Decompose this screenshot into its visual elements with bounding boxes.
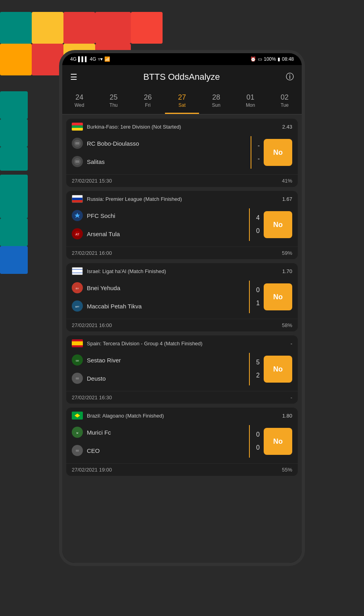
btts-badge-1[interactable]: No xyxy=(264,139,292,166)
svg-text:SR: SR xyxy=(76,360,79,362)
btts-badge-3[interactable]: No xyxy=(264,283,292,310)
match-body-4: SR Sestao River Deusto xyxy=(66,351,298,391)
match-card-1[interactable]: Burkina-Faso: 1ere Division (Not Started… xyxy=(66,119,298,187)
teams-row-4: SR Sestao River Deusto xyxy=(72,351,292,387)
team-name-5b: CEO xyxy=(87,447,243,454)
team-name-1b: Salitas xyxy=(87,158,244,165)
match-footer-5: 27/02/2021 19:00 55% xyxy=(66,463,298,476)
date-num-26: 26 xyxy=(144,93,152,102)
team-row-3b: MPT Maccabi Petah Tikva xyxy=(72,297,243,315)
matches-container: Burkina-Faso: 1ere Division (Not Started… xyxy=(62,115,302,563)
wifi-icon: ▿▾ xyxy=(98,56,103,62)
match-header-5: Brazil: Alagoano (Match Finished) 1.80 xyxy=(66,408,298,424)
team-row-4b: Deusto xyxy=(72,370,243,387)
battery-percent: 100% xyxy=(264,56,276,62)
date-day-27: Sat xyxy=(178,102,186,108)
teams-list-2: PFC Sochi AT Arsenal Tula xyxy=(72,207,243,243)
score-5a: 0 xyxy=(256,429,260,441)
match-body-2: PFC Sochi AT Arsenal Tula 4 xyxy=(66,207,298,246)
teams-list-1: RC Bobo-Dioulasso Salitas xyxy=(72,135,244,170)
menu-button[interactable]: ☰ xyxy=(70,72,77,82)
match-header-2: Russia: Premier League (Match Finished) … xyxy=(66,191,298,207)
info-button[interactable]: ⓘ xyxy=(286,71,294,82)
odds-4: - xyxy=(291,341,292,346)
teams-row-5: M Murici Fc CEO xyxy=(72,424,292,459)
match-footer-1: 27/02/2021 15:30 41% xyxy=(66,174,298,187)
team-row-3a: BY Bnei Yehuda xyxy=(72,279,243,296)
match-card-5[interactable]: Brazil: Alagoano (Match Finished) 1.80 M… xyxy=(66,408,298,476)
btts-badge-5[interactable]: No xyxy=(264,428,292,455)
date-picker: 24 Wed 25 Thu 26 Fri 27 Sat 28 Sun 01 Mo… xyxy=(62,89,302,115)
team-row-2a: PFC Sochi xyxy=(72,207,243,224)
date-27-active[interactable]: 27 Sat xyxy=(165,89,199,114)
team-row-1a: RC Bobo-Dioulasso xyxy=(72,135,244,152)
phone-icon: ▭ xyxy=(258,56,262,62)
date-num-25: 25 xyxy=(109,93,117,102)
team-logo-1b xyxy=(72,156,83,167)
flag-spain xyxy=(72,339,83,347)
flag-burkina xyxy=(72,123,83,131)
match-header-4: Spain: Tercera Division - Group 4 (Match… xyxy=(66,335,298,351)
btts-badge-4[interactable]: No xyxy=(264,356,292,383)
score-1a: - xyxy=(258,140,260,152)
date-28[interactable]: 28 Sun xyxy=(199,89,233,114)
date-num-27: 27 xyxy=(178,93,186,102)
match-time-3: 27/02/2021 16:00 xyxy=(72,322,112,328)
svg-rect-1 xyxy=(75,142,79,144)
teams-row-2: PFC Sochi AT Arsenal Tula 4 xyxy=(72,207,292,243)
match-card-3[interactable]: Israel: Ligat ha'Al (Match Finished) 1.7… xyxy=(66,263,298,331)
date-26[interactable]: 26 Fri xyxy=(131,89,165,114)
date-02[interactable]: 02 Tue xyxy=(268,89,302,114)
team-logo-3a: BY xyxy=(72,282,83,293)
date-24[interactable]: 24 Wed xyxy=(62,89,96,114)
match-card-2[interactable]: Russia: Premier League (Match Finished) … xyxy=(66,191,298,259)
svg-text:BY: BY xyxy=(76,287,79,290)
date-day-01: Mon xyxy=(246,102,255,108)
date-num-24: 24 xyxy=(75,93,83,102)
score-1b: - xyxy=(258,153,260,165)
svg-rect-14 xyxy=(76,377,79,379)
battery-icon: ▮ xyxy=(278,56,280,62)
alarm-icon: ⏰ xyxy=(250,56,256,62)
team-row-1b: Salitas xyxy=(72,153,244,170)
date-01[interactable]: 01 Mon xyxy=(233,89,267,114)
status-left: 4G ▌▌▌ 4G ▿▾ 📶 xyxy=(70,56,110,62)
team-logo-4b xyxy=(72,373,83,384)
league-name-4: Spain: Tercera Division - Group 4 (Match… xyxy=(87,341,287,346)
match-footer-4: 27/02/2021 16:30 - xyxy=(66,391,298,404)
team-logo-3b: MPT xyxy=(72,300,83,312)
team-logo-1a xyxy=(72,138,83,149)
team-row-5b: CEO xyxy=(72,442,243,459)
flag-russia xyxy=(72,195,83,203)
match-header-1: Burkina-Faso: 1ere Division (Not Started… xyxy=(66,119,298,135)
date-25[interactable]: 25 Thu xyxy=(96,89,130,114)
team-name-1a: RC Bobo-Dioulasso xyxy=(87,140,244,147)
league-name-3: Israel: Ligat ha'Al (Match Finished) xyxy=(87,268,278,274)
match-card-4[interactable]: Spain: Tercera Division - Group 4 (Match… xyxy=(66,335,298,404)
svg-rect-3 xyxy=(75,160,79,163)
teams-list-5: M Murici Fc CEO xyxy=(72,424,243,459)
teams-row-1: RC Bobo-Dioulasso Salitas - xyxy=(72,135,292,170)
svg-text:AT: AT xyxy=(75,233,79,236)
svg-text:M: M xyxy=(77,432,79,434)
flag-israel xyxy=(72,267,83,275)
svg-text:MPT: MPT xyxy=(75,306,80,308)
score-3a: 0 xyxy=(256,285,260,296)
match-header-3: Israel: Ligat ha'Al (Match Finished) 1.7… xyxy=(66,263,298,279)
team-name-2b: Arsenal Tula xyxy=(87,231,243,237)
team-row-2b: AT Arsenal Tula xyxy=(72,225,243,243)
date-day-25: Thu xyxy=(109,102,118,108)
status-bar: 4G ▌▌▌ 4G ▿▾ 📶 ⏰ ▭ 100% ▮ 08:48 xyxy=(62,53,302,65)
team-row-4a: SR Sestao River xyxy=(72,351,243,369)
match-pct-1: 41% xyxy=(282,178,292,184)
league-name-2: Russia: Premier League (Match Finished) xyxy=(87,196,278,202)
teams-list-4: SR Sestao River Deusto xyxy=(72,351,243,387)
btts-badge-2[interactable]: No xyxy=(264,211,292,238)
date-num-28: 28 xyxy=(212,93,220,102)
league-name-1: Burkina-Faso: 1ere Division (Not Started… xyxy=(87,124,278,130)
app-title: BTTS OddsAnalyze xyxy=(143,72,220,82)
date-day-02: Tue xyxy=(281,102,289,108)
team-name-4a: Sestao River xyxy=(87,357,243,364)
svg-rect-18 xyxy=(76,450,79,452)
league-name-5: Brazil: Alagoano (Match Finished) xyxy=(87,413,278,419)
